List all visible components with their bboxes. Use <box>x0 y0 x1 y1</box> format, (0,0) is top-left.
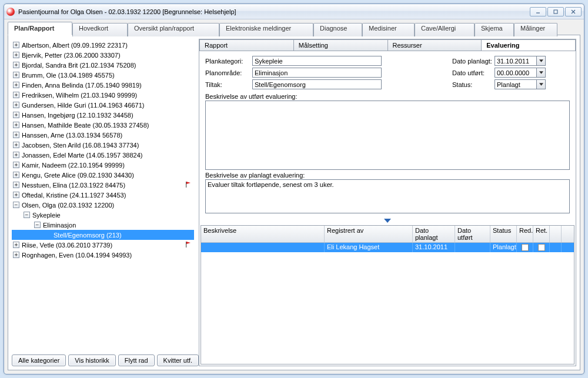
tree-node[interactable]: +Riise, Vetle (03.06.2010 37739) <box>12 240 194 250</box>
planomrade-field[interactable] <box>252 68 382 78</box>
expand-icon[interactable]: + <box>13 122 19 128</box>
dato-utfort-field[interactable] <box>495 68 537 78</box>
tree-node[interactable]: −Eliminasjon <box>12 220 194 230</box>
beskriv-utfort-textarea[interactable] <box>205 101 570 170</box>
table-row[interactable]: Eli Lekang Hagset31.10.2011Planlagt <box>201 243 574 252</box>
tree-node[interactable]: +Kengu, Grete Alice (09.02.1930 34430) <box>12 170 194 180</box>
maximize-button[interactable] <box>547 7 564 16</box>
column-header[interactable]: Registrert av <box>325 226 413 242</box>
sub-tab-rapport[interactable]: Rapport <box>199 39 293 51</box>
table-cell[interactable] <box>455 243 490 252</box>
table-cell[interactable] <box>517 243 533 252</box>
collapse-icon[interactable]: − <box>24 212 30 218</box>
main-tab-medisiner[interactable]: Medisiner <box>362 23 415 36</box>
main-tab-cave-allergi[interactable]: Cave/Allergi <box>415 23 475 36</box>
patient-tree[interactable]: +Albertson, Albert (09.09.1992 22317)+Bj… <box>12 39 194 351</box>
expand-icon[interactable]: + <box>13 92 19 98</box>
tree-node[interactable]: +Bjordal, Sandra Brit (21.02.1934 75208) <box>12 60 194 70</box>
tree-node[interactable]: −Olsen, Olga (02.03.1932 12200) <box>12 200 194 210</box>
checkbox[interactable] <box>522 244 529 251</box>
sub-tab-målsetting[interactable]: Målsetting <box>293 39 387 51</box>
main-tab-hovedkort[interactable]: Hovedkort <box>72 23 128 36</box>
table-cell[interactable] <box>533 243 550 252</box>
tree-node[interactable]: +Hansen, Ingebjørg (12.10.1932 34458) <box>12 110 194 120</box>
button-alle-kategorier[interactable]: Alle kategorier <box>12 354 66 366</box>
window-title: Pasientjournal for Olga Olsen - 02.03.19… <box>18 8 530 15</box>
expand-icon[interactable]: + <box>13 142 19 148</box>
expand-icon[interactable]: + <box>13 162 19 168</box>
expand-icon[interactable]: + <box>13 72 19 78</box>
collapse-arrow-icon[interactable] <box>199 218 576 225</box>
main-tab-plan-rapport[interactable]: Plan/Rapport <box>8 22 72 35</box>
sub-tab-ressurser[interactable]: Ressurser <box>387 39 482 51</box>
tree-node[interactable]: Stell/Egenomsorg (213) <box>12 230 194 240</box>
expand-icon[interactable]: + <box>13 52 19 58</box>
tree-node[interactable]: +Rognhagen, Even (10.04.1994 94993) <box>12 250 194 260</box>
main-tab-diagnose[interactable]: Diagnose <box>313 23 362 36</box>
main-tab-m-linger[interactable]: Målinger <box>514 23 557 36</box>
column-header[interactable]: Status <box>490 226 517 242</box>
expand-icon[interactable]: + <box>13 172 19 178</box>
status-dropdown[interactable] <box>537 79 546 89</box>
button-flytt-rad[interactable]: Flytt rad <box>118 354 155 366</box>
table-cell[interactable]: 31.10.2011 <box>413 243 455 252</box>
expand-icon[interactable]: + <box>13 82 19 88</box>
sub-tab-evaluering[interactable]: Evaluering <box>481 39 576 51</box>
tree-node[interactable]: −Sykepleie <box>12 210 194 220</box>
evaluation-grid[interactable]: BeskrivelseRegistrert avDato planlagtDat… <box>201 225 574 364</box>
checkbox[interactable] <box>538 244 545 251</box>
tree-node[interactable]: +Fredriksen, Wilhelm (21.03.1940 99999) <box>12 90 194 100</box>
tree-node[interactable]: +Oftedal, Kristine (24.11.1927 34453) <box>12 190 194 200</box>
main-tab-skjema[interactable]: Skjema <box>475 23 514 36</box>
table-cell[interactable] <box>550 243 562 252</box>
column-header[interactable]: Ret. <box>533 226 550 242</box>
button-kvitter-utf-[interactable]: Kvitter utf. <box>157 354 199 366</box>
tree-node[interactable]: +Albertson, Albert (09.09.1992 22317) <box>12 40 194 50</box>
dato-utfort-label: Dato utført: <box>452 69 495 76</box>
plankategori-field[interactable] <box>252 56 382 66</box>
expand-icon[interactable]: + <box>13 132 19 138</box>
expand-icon[interactable]: + <box>13 42 19 48</box>
minimize-button[interactable] <box>530 7 546 16</box>
status-field[interactable] <box>495 79 537 89</box>
expand-icon[interactable]: + <box>13 152 19 158</box>
tree-node[interactable]: +Bjervik, Petter (23.06.2000 33307) <box>12 50 194 60</box>
table-cell[interactable]: Eli Lekang Hagset <box>325 243 413 252</box>
main-tab-elektroniske-meldinger[interactable]: Elektroniske meldinger <box>219 23 313 36</box>
dato-planlagt-field[interactable] <box>495 56 537 66</box>
table-cell[interactable]: Planlagt <box>490 243 517 252</box>
expand-icon[interactable]: + <box>13 112 19 118</box>
expand-icon[interactable]: + <box>13 192 19 198</box>
column-header[interactable]: Red. <box>517 226 533 242</box>
tree-node[interactable]: +Finden, Anna Belinda (17.05.1940 99819) <box>12 80 194 90</box>
table-cell[interactable] <box>201 243 325 252</box>
collapse-icon[interactable]: − <box>13 202 19 208</box>
column-header[interactable]: Beskrivelse <box>201 226 325 242</box>
beskriv-planlagt-textarea[interactable] <box>205 179 570 213</box>
expand-icon[interactable]: + <box>13 182 19 188</box>
dato-utfort-dropdown[interactable] <box>537 68 546 78</box>
close-button[interactable] <box>565 7 582 16</box>
tree-label: Olsen, Olga (02.03.1932 12200) <box>22 202 114 209</box>
tree-node[interactable]: +Gundersen, Hilde Guri (11.04.1963 46671… <box>12 100 194 110</box>
tree-node[interactable]: +Hansen, Mathilde Beate (30.05.1933 2745… <box>12 120 194 130</box>
expand-icon[interactable]: + <box>13 252 19 258</box>
tree-node[interactable]: +Kamir, Nadeem (22.10.1954 99999) <box>12 160 194 170</box>
expand-icon[interactable]: + <box>13 62 19 68</box>
titlebar[interactable]: Pasientjournal for Olga Olsen - 02.03.19… <box>4 4 584 19</box>
expand-icon[interactable]: + <box>13 102 19 108</box>
collapse-icon[interactable]: − <box>34 222 41 228</box>
button-vis-historikk[interactable]: Vis historikk <box>68 354 115 366</box>
tree-node[interactable]: +Jonassen, Edel Marte (14.05.1957 38824) <box>12 150 194 160</box>
tree-node[interactable]: +Brumm, Ole (13.04.1989 45575) <box>12 70 194 80</box>
column-header[interactable]: Dato utført <box>455 226 490 242</box>
tree-node[interactable]: +Jacobsen, Sten Arild (16.08.1943 37734) <box>12 140 194 150</box>
tree-node[interactable]: +Nesstuen, Elina (12.03.1922 84475) <box>12 180 194 190</box>
column-header[interactable] <box>550 226 562 242</box>
tree-node[interactable]: +Hanssen, Arne (13.03.1934 56578) <box>12 130 194 140</box>
column-header[interactable]: Dato planlagt <box>413 226 455 242</box>
dato-planlagt-dropdown[interactable] <box>537 56 546 66</box>
main-tab-oversikt-plan-rapport[interactable]: Oversikt plan/rapport <box>128 23 219 36</box>
expand-icon[interactable]: + <box>13 242 19 248</box>
tiltak-field[interactable] <box>252 79 382 89</box>
